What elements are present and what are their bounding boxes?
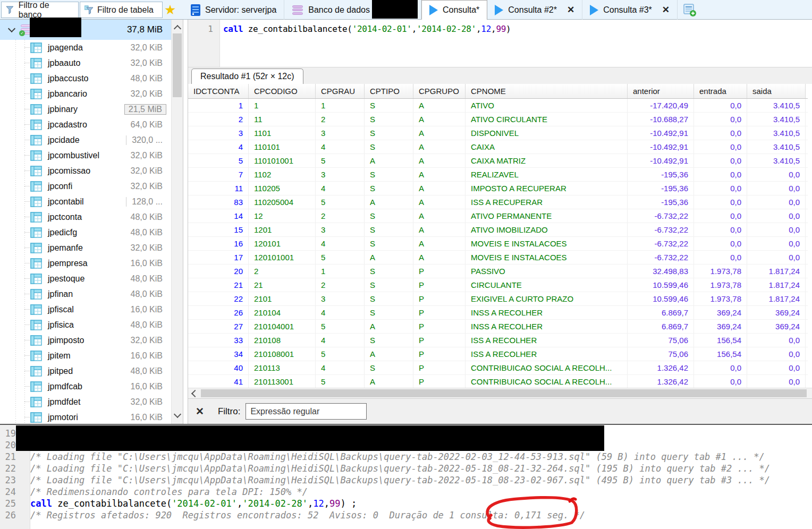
result-tab[interactable]: Resultado #1 (52r × 12c) xyxy=(191,69,303,84)
tree-item-table[interactable]: jpbancario 32,0 KiB xyxy=(0,86,183,101)
tree-item-table[interactable]: jpempresa 16,0 KiB xyxy=(0,255,183,271)
grid-horizontal-scrollbar[interactable] xyxy=(188,388,812,398)
cell-cpcodigo: 210104001 xyxy=(249,320,316,333)
tree-item-table[interactable]: jpedicfg 48,0 KiB xyxy=(0,225,183,240)
column-header[interactable]: entrada xyxy=(694,84,747,98)
tree-item-table[interactable]: jpemanfe 32,0 KiB xyxy=(0,240,183,255)
result-grid[interactable]: IDCTCONTA CPCODIGO CPGRAU CPTIPO CPGRUPO… xyxy=(188,84,808,388)
close-icon[interactable]: ✕ xyxy=(567,4,574,15)
grid-row[interactable]: 1 1 1 S A ATIVO -17.420,49 0,0 3.410,5 xyxy=(188,99,808,113)
tree-item-table[interactable]: jpmdfcab 16,0 KiB xyxy=(0,379,183,394)
cell-cpnome: INSS A RECOLHER xyxy=(466,306,628,319)
scroll-up-icon[interactable] xyxy=(174,24,181,30)
cell-cpnome: CONTRIBUICAO SOCIAL A RECOLH... xyxy=(466,375,628,388)
grid-row[interactable]: 83 110205004 5 A A ISS A RECUPERAR -195,… xyxy=(188,195,808,209)
main-tabstrip: Servidor: serverjpa Banco de dados Consu… xyxy=(183,0,812,20)
tree-item-table[interactable]: jpbaccusto 48,0 KiB xyxy=(0,71,183,86)
tab-server[interactable]: Servidor: serverjpa xyxy=(183,0,284,20)
tree-item-table[interactable]: jpimposto 32,0 KiB xyxy=(0,332,183,348)
grid-row[interactable]: 14 12 2 S A ATIVO PERMANENTE -6.732,22 0… xyxy=(188,209,808,223)
tree-item-table[interactable]: jpestoque 48,0 KiB xyxy=(0,271,183,286)
tab-query-2[interactable]: Consulta #2* ✕ xyxy=(487,0,582,20)
grid-row[interactable]: 5 110101001 5 A A CAIXA MATRIZ -10.492,9… xyxy=(188,154,808,168)
tree-item-table[interactable]: jpitem 16,0 KiB xyxy=(0,348,183,363)
tree-item-table[interactable]: jpctconta 48,0 KiB xyxy=(0,209,183,225)
table-icon xyxy=(30,165,42,177)
cell-cptipo: A xyxy=(365,154,413,167)
sql-editor[interactable]: 1 call ze_contabilbalancete('2014-02-01'… xyxy=(188,20,812,67)
tree-item-table[interactable]: jpmotori 16,0 KiB xyxy=(0,409,183,424)
tree-item-table[interactable]: jpcidade 320,0 ... xyxy=(0,132,183,148)
cell-cpcodigo: 110101 xyxy=(249,140,316,153)
column-header[interactable]: anterior xyxy=(628,84,694,98)
grid-row[interactable]: 16 120101 4 S A MOVEIS E INSTALACOES -6.… xyxy=(188,237,808,251)
table-size: 48,0 KiB xyxy=(131,212,163,222)
tree-item-table[interactable]: jpfisica 48,0 KiB xyxy=(0,317,183,332)
scroll-left-icon[interactable] xyxy=(190,390,197,397)
table-filter-input[interactable]: Filtro de tabela xyxy=(80,2,163,18)
grid-row[interactable]: 33 210108 4 S P ISS A RECOLHER 75,06 156… xyxy=(188,334,808,347)
grid-row[interactable]: 15 1201 3 S A ATIVO IMOBILIZADO -6.732,2… xyxy=(188,223,808,237)
grid-row[interactable]: 2 11 2 S A ATIVO CIRCULANTE -10.688,27 0… xyxy=(188,113,808,126)
column-header[interactable]: CPGRUPO xyxy=(413,84,466,98)
grid-row[interactable]: 3 1101 3 S A DISPONIVEL -10.492,91 0,0 3… xyxy=(188,126,808,140)
tree-item-table[interactable]: jpcomissao 32,0 KiB xyxy=(0,163,183,178)
table-icon xyxy=(30,258,42,269)
cell-cpcodigo: 1101 xyxy=(249,126,316,140)
table-name: jpcidade xyxy=(48,135,80,145)
column-header[interactable]: IDCTCONTA xyxy=(188,84,249,98)
table-size: 21,5 MiB xyxy=(124,104,166,115)
table-size: 48,0 KiB xyxy=(131,228,163,237)
tab-query-1[interactable]: Consulta* xyxy=(421,0,487,20)
tree-item-table[interactable]: jpbinary 21,5 MiB xyxy=(0,101,183,117)
scroll-down-icon[interactable] xyxy=(174,412,181,419)
column-header[interactable]: saida xyxy=(747,84,806,98)
tab-query-3[interactable]: Consulta #3* ✕ xyxy=(582,0,678,20)
table-size: 32,0 KiB xyxy=(131,397,163,407)
grid-row[interactable]: 20 2 1 S P PASSIVO 32.498,83 1.973,78 1.… xyxy=(188,264,808,278)
column-header[interactable]: CPNOME xyxy=(466,84,628,98)
grid-row[interactable]: 7 1102 3 S A REALIZAVEL -195,36 0,0 0,0 xyxy=(188,168,808,182)
star-icon[interactable]: ★ xyxy=(164,1,176,19)
grid-row[interactable]: 11 110205 4 S A IMPOSTO A RECUPERAR -195… xyxy=(188,182,808,195)
redaction-box xyxy=(30,18,81,37)
tree-item-table[interactable]: jpconfi 32,0 KiB xyxy=(0,178,183,194)
log-line-number: 23 xyxy=(0,474,23,486)
scrollbar-thumb[interactable] xyxy=(173,33,182,97)
cell-saida: 0,0 xyxy=(747,375,806,388)
tree-item-table[interactable]: jpmdfdet 32,0 KiB xyxy=(0,394,183,409)
tree-item-table[interactable]: jpfiscal 16,0 KiB xyxy=(0,302,183,317)
column-header[interactable]: CPCODIGO xyxy=(249,84,316,98)
grid-row[interactable]: 17 120101001 5 A A MOVEIS E INSTALACOES … xyxy=(188,251,808,264)
tree-item-table[interactable]: jpagenda 32,0 KiB xyxy=(0,40,183,55)
column-header[interactable]: CPTIPO xyxy=(365,84,413,98)
grid-row[interactable]: 41 210113001 5 A P CONTRIBUICAO SOCIAL A… xyxy=(188,375,808,388)
grid-row[interactable]: 40 210113 4 S P CONTRIBUICAO SOCIAL A RE… xyxy=(188,361,808,375)
close-icon[interactable]: ✕ xyxy=(662,4,670,15)
tree-item-table[interactable]: jpbaauto 32,0 KiB xyxy=(0,55,183,71)
grid-row[interactable]: 27 210104001 5 A P INSS A RECOLHER 6.869… xyxy=(188,320,808,334)
grid-row[interactable]: 26 210104 4 S P INSS A RECOLHER 6.869,7 … xyxy=(188,306,808,320)
table-size: 32,0 KiB xyxy=(131,243,163,253)
grid-row[interactable]: 34 210108001 5 A P ISS A RECOLHER 75,06 … xyxy=(188,347,808,361)
column-header[interactable]: CPGRAU xyxy=(316,84,365,98)
tree-item-table[interactable]: jpfinan 48,0 KiB xyxy=(0,286,183,302)
grid-filter-input[interactable] xyxy=(246,403,367,420)
new-query-tab-button[interactable] xyxy=(678,0,702,20)
tree-item-table[interactable]: jpcombustivel 32,0 KiB xyxy=(0,148,183,163)
database-filter-input[interactable]: Filtro de banco xyxy=(1,2,79,18)
tree-item-table[interactable]: jpcontabil 128,0 ... xyxy=(0,194,183,209)
clear-filter-icon[interactable]: ✕ xyxy=(196,405,204,417)
scrollbar-thumb[interactable] xyxy=(201,389,807,397)
tree-item-table[interactable]: jpitped 48,0 KiB xyxy=(0,363,183,379)
cell-cpcodigo: 210108001 xyxy=(249,347,316,361)
sidebar-scrollbar[interactable] xyxy=(171,20,183,424)
grid-row[interactable]: 22 2101 3 S P EXIGIVEL A CURTO PRAZO 10.… xyxy=(188,292,808,306)
tree-root-database[interactable]: ✓ 37,8 MiB xyxy=(0,20,183,40)
tree-item-table[interactable]: jpcadastro 64,0 KiB xyxy=(0,117,183,132)
grid-row[interactable]: 21 21 2 S P CIRCULANTE 10.599,46 1.973,7… xyxy=(188,278,808,292)
chevron-down-icon[interactable] xyxy=(9,27,15,33)
cell-idctconta: 5 xyxy=(188,154,249,167)
cell-cpgrau: 5 xyxy=(316,347,365,361)
grid-row[interactable]: 4 110101 4 S A CAIXA -10.492,91 0,0 3.41… xyxy=(188,140,808,154)
